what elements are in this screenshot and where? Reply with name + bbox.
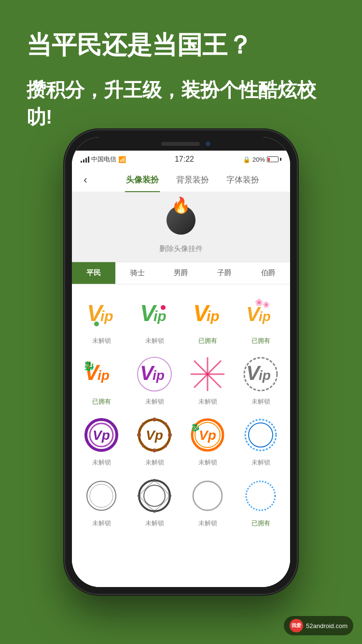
item-icon: Vp (80, 414, 123, 456)
svg-point-35 (153, 448, 156, 452)
item-status: 未解锁 (145, 397, 164, 406)
list-item[interactable]: V ip 未解锁 (77, 292, 126, 345)
svg-point-55 (144, 485, 165, 506)
tab-background[interactable]: 背景装扮 (167, 168, 218, 192)
watermark-text: 52android.com (306, 622, 348, 630)
svg-text:Vp: Vp (93, 428, 110, 443)
avatar-preview: 🔥 (162, 201, 200, 239)
list-item[interactable]: 未解锁 (183, 353, 232, 406)
carrier-text: 中国电信 (91, 155, 116, 164)
svg-point-56 (193, 481, 222, 510)
watermark-logo: 我爱 (290, 619, 303, 632)
tab-avatar[interactable]: 头像装扮 (117, 168, 167, 192)
svg-text:ip: ip (100, 308, 113, 324)
item-icon: V ip (80, 292, 123, 335)
cat-tab-knight[interactable]: 骑士 (115, 262, 159, 284)
item-status: 未解锁 (145, 519, 164, 528)
hero-title: 当平民还是当国王？ (27, 29, 335, 62)
lock-icon: 🔒 (243, 156, 251, 163)
svg-point-36 (137, 433, 141, 437)
nav-bar: ‹ 头像装扮 背景装扮 字体装扮 (72, 168, 290, 192)
svg-point-57 (246, 481, 275, 510)
list-item[interactable]: Vp 未解锁 (130, 414, 179, 467)
item-icon: Vp (133, 414, 176, 456)
list-item[interactable]: V ip 🐉 已拥有 (77, 353, 126, 406)
back-button[interactable]: ‹ (76, 168, 95, 192)
item-status: 未解锁 (198, 397, 217, 406)
svg-point-38 (164, 445, 167, 448)
status-right: 🔒 20% (243, 156, 281, 163)
item-status: 已拥有 (92, 397, 111, 406)
svg-text:ip: ip (259, 309, 271, 324)
cat-tab-viscount[interactable]: 子爵 (203, 262, 246, 284)
list-item[interactable]: 未解锁 (236, 414, 285, 467)
svg-text:🐉: 🐉 (83, 360, 95, 372)
list-item[interactable]: Vp 未解锁 (77, 414, 126, 467)
svg-text:ip: ip (259, 368, 271, 383)
item-icon (133, 475, 176, 517)
svg-point-2 (94, 322, 99, 326)
phone-speaker (161, 142, 200, 146)
list-item[interactable]: 未解锁 (77, 475, 126, 528)
phone-inner: 中国电信 📶 17:22 🔒 20% (72, 137, 290, 587)
svg-text:Vp: Vp (199, 428, 216, 443)
svg-text:🌸: 🌸 (263, 301, 270, 308)
item-status: 已拥有 (198, 336, 217, 345)
list-item[interactable]: V ip 已拥有 (183, 292, 232, 345)
item-icon: V ip 🐉 (80, 353, 123, 395)
svg-text:ip: ip (97, 368, 110, 383)
phone-camera (206, 141, 210, 146)
item-icon (239, 414, 282, 456)
item-icon: V ip (239, 353, 282, 395)
item-icon: V ip (133, 292, 176, 335)
hero-section: 当平民还是当国王？ 攒积分，升王级，装扮个性酷炫校叻! (27, 29, 335, 130)
item-status: 已拥有 (251, 519, 270, 528)
item-icon (80, 475, 123, 517)
item-icon (239, 475, 282, 517)
cat-tab-baron[interactable]: 男爵 (159, 262, 203, 284)
item-icon: 🌸 V ip 🌸 (239, 292, 282, 335)
item-status: 未解锁 (198, 458, 217, 467)
list-item[interactable]: V ip 未解锁 (236, 353, 285, 406)
item-icon: Vp 🐉 (186, 414, 229, 456)
item-icon (186, 353, 229, 395)
svg-text:ip: ip (153, 308, 167, 324)
svg-point-28 (115, 434, 118, 436)
cat-tab-earl[interactable]: 伯爵 (247, 262, 290, 284)
svg-point-40 (142, 445, 145, 448)
svg-text:🐉: 🐉 (191, 423, 200, 432)
svg-point-27 (100, 418, 103, 421)
item-status: 未解锁 (92, 519, 111, 528)
status-bar: 中国电信 📶 17:22 🔒 20% (72, 151, 290, 168)
category-tabs: 平民 骑士 男爵 子爵 伯爵 (72, 262, 290, 284)
phone-mockup: 中国电信 📶 17:22 🔒 20% (65, 130, 297, 594)
svg-point-37 (164, 422, 167, 425)
grid-row-2: V ip 🐉 已拥有 (77, 353, 285, 406)
screen: 中国电信 📶 17:22 🔒 20% (72, 151, 290, 587)
svg-point-49 (90, 484, 113, 507)
item-status: 未解锁 (92, 458, 111, 467)
list-item[interactable]: 未解锁 (183, 475, 232, 528)
nav-tabs: 头像装扮 背景装扮 字体装扮 (95, 168, 290, 192)
status-left: 中国电信 📶 (81, 155, 126, 164)
wifi-icon: 📶 (118, 156, 126, 163)
list-item[interactable]: 🌸 V ip 🌸 已拥有 (236, 292, 285, 345)
delete-label[interactable]: 删除头像挂件 (159, 244, 203, 253)
svg-point-39 (142, 422, 145, 425)
status-time: 17:22 (175, 155, 194, 164)
phone-top-hardware (72, 137, 290, 151)
cat-tab-commoner[interactable]: 平民 (72, 262, 115, 284)
item-icon (186, 475, 229, 517)
items-grid: V ip 未解锁 V (72, 284, 290, 587)
item-status: 未解锁 (251, 458, 270, 467)
tab-font[interactable]: 字体装扮 (218, 168, 268, 192)
battery-icon (267, 156, 281, 162)
list-item[interactable]: V ip 未解锁 (130, 292, 179, 345)
item-status: 未解锁 (145, 336, 164, 345)
flame-decoration: 🔥 (171, 196, 191, 214)
list-item[interactable]: 已拥有 (236, 475, 285, 528)
list-item[interactable]: Vp 🐉 未解锁 (183, 414, 232, 467)
list-item[interactable]: V ip 未解锁 (130, 353, 179, 406)
list-item[interactable]: 未解锁 (130, 475, 179, 528)
svg-text:Vp: Vp (146, 428, 163, 443)
